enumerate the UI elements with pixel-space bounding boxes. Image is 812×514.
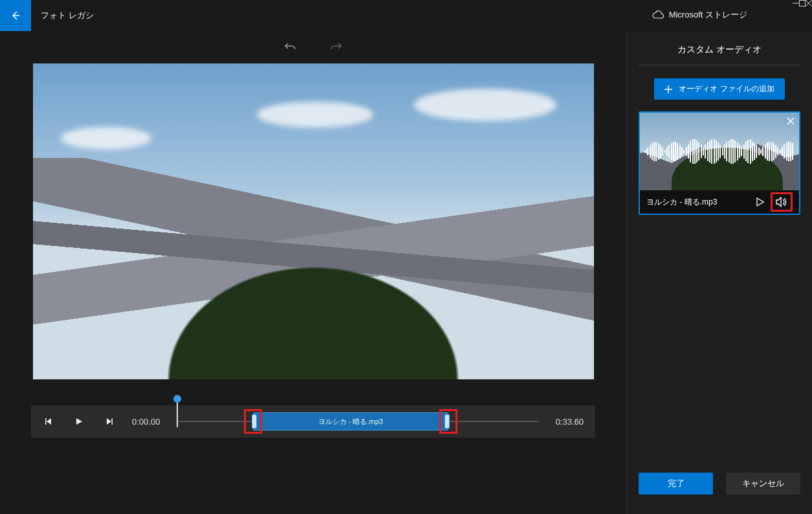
side-panel-title: カスタム オーディオ	[639, 39, 800, 65]
side-panel: カスタム オーディオ オーディオ ファイルの追加 ヨルシカ - 晴る.mp3 完…	[626, 31, 812, 514]
maximize-button[interactable]	[799, 0, 806, 6]
side-footer: 完了 キャンセル	[639, 473, 800, 506]
audio-clip[interactable]: ヨルシカ - 晴る.mp3	[253, 412, 448, 430]
audio-filename: ヨルシカ - 晴る.mp3	[646, 197, 750, 208]
preview-hill	[89, 206, 538, 379]
redo-icon	[329, 40, 342, 53]
next-frame-icon	[104, 417, 113, 426]
x-icon	[786, 117, 795, 126]
audio-play-button[interactable]	[756, 197, 764, 207]
preview-cloud	[257, 102, 373, 128]
audio-waveform	[640, 139, 799, 164]
volume-icon	[776, 197, 787, 207]
audio-thumbnail	[640, 113, 799, 190]
minimize-button[interactable]	[793, 0, 799, 6]
done-button[interactable]: 完了	[639, 473, 713, 495]
undo-button[interactable]	[284, 40, 297, 53]
play-button[interactable]	[72, 415, 85, 428]
title-bar: フォト レガシ Microsoft ストレージ	[0, 0, 812, 31]
close-button[interactable]	[806, 0, 812, 6]
playhead[interactable]	[177, 401, 178, 427]
timeline-area: 0:00.00 ヨルシカ - 晴る.mp3 0:33.60	[31, 405, 595, 438]
svg-rect-0	[800, 1, 806, 6]
undo-icon	[284, 40, 297, 53]
audio-volume-button[interactable]	[771, 192, 793, 212]
highlight-right-handle	[439, 409, 457, 434]
storage-label: Microsoft ストレージ	[669, 9, 747, 21]
maximize-icon	[799, 0, 806, 6]
current-time: 0:00.00	[132, 417, 160, 427]
cloud-icon	[652, 10, 664, 19]
preview-cloud	[414, 89, 556, 121]
app-title: フォト レガシ	[41, 10, 94, 21]
close-icon	[806, 0, 812, 6]
minimize-icon	[793, 0, 799, 6]
audio-card[interactable]: ヨルシカ - 晴る.mp3	[639, 111, 800, 215]
back-arrow-icon	[10, 10, 21, 21]
add-audio-label: オーディオ ファイルの追加	[679, 84, 774, 95]
svg-rect-2	[112, 418, 113, 425]
editor-area: 0:00.00 ヨルシカ - 晴る.mp3 0:33.60	[0, 31, 626, 514]
plus-icon	[664, 85, 672, 93]
play-small-icon	[756, 197, 764, 207]
preview-cloud	[61, 127, 151, 150]
clip-label: ヨルシカ - 晴る.mp3	[318, 417, 383, 427]
next-frame-button[interactable]	[102, 415, 115, 428]
audio-info-row: ヨルシカ - 晴る.mp3	[640, 190, 799, 214]
video-preview[interactable]	[33, 63, 594, 379]
add-audio-button[interactable]: オーディオ ファイルの追加	[654, 78, 784, 100]
undo-redo-bar	[0, 31, 626, 62]
cancel-button[interactable]: キャンセル	[726, 473, 800, 495]
remove-audio-button[interactable]	[786, 117, 795, 126]
storage-link[interactable]: Microsoft ストレージ	[652, 9, 747, 21]
redo-button[interactable]	[329, 40, 342, 53]
window-controls	[793, 0, 812, 6]
playback-bar: 0:00.00 ヨルシカ - 晴る.mp3 0:33.60	[31, 405, 595, 438]
duration-label: 0:33.60	[556, 417, 584, 427]
play-icon	[74, 417, 83, 426]
svg-rect-1	[45, 418, 47, 425]
highlight-left-handle	[244, 409, 262, 434]
prev-frame-button[interactable]	[43, 415, 56, 428]
prev-frame-icon	[45, 417, 54, 426]
back-button[interactable]	[0, 0, 31, 31]
timeline-track[interactable]: ヨルシカ - 晴る.mp3	[177, 405, 538, 438]
